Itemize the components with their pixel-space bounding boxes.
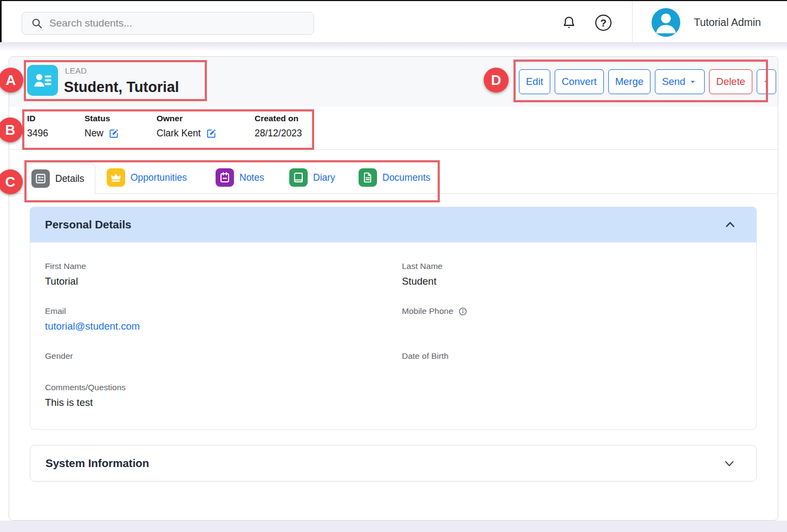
profile-name: Tutorial Admin: [694, 16, 761, 29]
file-icon: [359, 168, 377, 187]
field-last-name: Last Name Student: [402, 261, 443, 287]
page-title: Student, Tutorial: [64, 79, 179, 96]
field-gender: Gender: [45, 351, 73, 365]
field-comments: Comments/Questions This is test: [45, 383, 126, 409]
field-email: Email tutorial@student.com: [45, 306, 140, 332]
user-icon: [652, 8, 680, 37]
record-type-label: LEAD: [65, 66, 87, 75]
tab-opportunities[interactable]: Opportunities: [107, 168, 187, 187]
tab-notes[interactable]: Notes: [216, 168, 264, 187]
lead-contact-icon: [27, 65, 58, 96]
search-input[interactable]: [49, 17, 307, 29]
tab-details[interactable]: Details: [25, 163, 95, 194]
panel-title: System Information: [45, 457, 149, 470]
system-information-header[interactable]: System Information: [30, 445, 757, 482]
caret-down-icon: [688, 77, 698, 87]
caret-down-icon: [762, 77, 771, 87]
topbar-divider: [632, 1, 633, 43]
field-date-of-birth: Date of Birth: [402, 351, 448, 365]
info-field-status: Status New: [84, 114, 119, 139]
field-label: Date of Birth: [402, 351, 448, 361]
tab-label: Documents: [382, 172, 431, 183]
field-value: Tutorial: [45, 275, 86, 287]
edit-button[interactable]: Edit: [519, 69, 550, 94]
tab-label: Details: [55, 173, 84, 185]
crown-icon: [107, 168, 125, 187]
edit-icon[interactable]: [206, 128, 217, 139]
more-actions-button[interactable]: [757, 69, 776, 94]
info-value: 3496: [27, 128, 48, 139]
info-field-created-on: Created on 28/12/2023: [255, 114, 302, 139]
user-profile[interactable]: Tutorial Admin: [652, 1, 761, 43]
email-link[interactable]: tutorial@student.com: [45, 320, 140, 332]
notifications-button[interactable]: [559, 13, 578, 32]
top-bar: ? Tutorial Admin: [0, 0, 787, 42]
search-box: [22, 12, 314, 35]
info-label: ID: [27, 114, 48, 123]
info-value: 28/12/2023: [255, 128, 302, 139]
tab-label: Notes: [239, 172, 264, 183]
field-label: Email: [45, 306, 140, 316]
panel-title: Personal Details: [45, 218, 132, 231]
lead-detail-page: ? Tutorial Admin LEAD Student, Tutorial …: [0, 0, 787, 532]
page-bottom-strip: [0, 521, 787, 532]
help-button[interactable]: ?: [594, 13, 613, 32]
delete-button[interactable]: Delete: [709, 69, 752, 94]
details-icon: [31, 169, 50, 188]
field-label: First Name: [45, 261, 86, 271]
send-button[interactable]: Send: [655, 69, 705, 94]
topbar-shadow: [0, 42, 787, 51]
send-button-label: Send: [662, 76, 685, 88]
field-label: Gender: [45, 351, 73, 361]
info-label: Created on: [255, 114, 302, 123]
field-mobile-phone: Mobile Phone: [402, 306, 467, 320]
bell-icon: [561, 15, 577, 31]
info-field-owner: Owner Clark Kent: [157, 114, 217, 139]
book-icon: [289, 168, 308, 187]
tab-documents[interactable]: Documents: [359, 168, 431, 187]
chevron-down-icon: [722, 456, 737, 471]
field-label: Mobile Phone: [402, 306, 453, 316]
field-label: Last Name: [402, 261, 443, 271]
field-first-name: First Name Tutorial: [45, 261, 86, 287]
tab-baseline: [9, 193, 778, 194]
field-value: Student: [402, 275, 443, 287]
info-label: Owner: [157, 114, 217, 123]
info-label: Status: [84, 114, 119, 123]
action-toolbar: Edit Convert Merge Send Delete: [519, 69, 776, 94]
field-label: Comments/Questions: [45, 383, 126, 392]
section-divider: [9, 149, 778, 150]
personal-details-header[interactable]: Personal Details: [30, 207, 757, 242]
search-icon: [31, 17, 43, 29]
convert-button[interactable]: Convert: [555, 69, 604, 94]
avatar: [652, 8, 680, 37]
help-icon: ?: [595, 15, 612, 31]
tab-label: Opportunities: [131, 172, 187, 183]
clipboard-icon: [216, 168, 234, 187]
tab-label: Diary: [313, 172, 335, 183]
info-icon[interactable]: [458, 307, 467, 316]
merge-button[interactable]: Merge: [608, 69, 651, 94]
info-value: New: [84, 128, 103, 139]
tab-diary[interactable]: Diary: [289, 168, 335, 187]
chevron-up-icon: [723, 218, 737, 232]
field-value: This is test: [45, 397, 126, 409]
info-value: Clark Kent: [157, 128, 201, 139]
edit-icon[interactable]: [108, 128, 119, 139]
info-field-id: ID 3496: [27, 114, 48, 139]
